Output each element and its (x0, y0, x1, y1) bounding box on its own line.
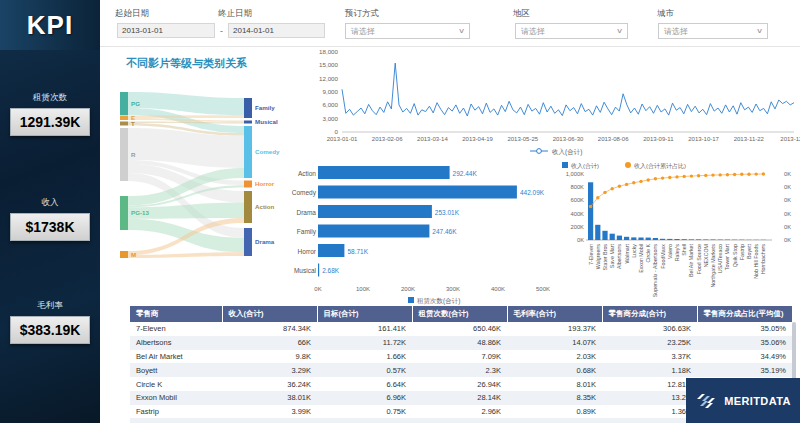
table-row[interactable]: 7-Eleven874.34K161.41K650.46K193.37K306.… (130, 322, 792, 336)
kpi-card-label: 毛利率 (0, 300, 100, 312)
city-select[interactable]: 请选择 ∨ (658, 23, 768, 39)
pareto-cumulative-dot (755, 172, 758, 175)
table-cell: 35.05% (697, 322, 792, 336)
table-header-cell: 零售商分成(合计) (602, 306, 697, 322)
svg-text:400K: 400K (491, 286, 505, 292)
table-scrollbar[interactable] (792, 322, 796, 380)
pareto-bar (617, 236, 622, 240)
start-date-input[interactable] (117, 23, 215, 38)
svg-text:Action: Action (255, 203, 274, 210)
pareto-bar (689, 239, 694, 240)
table-cell: 874.34K (222, 322, 317, 336)
svg-text:NEXCOM: NEXCOM (703, 244, 709, 267)
kpi-card-value: $1738K (10, 213, 90, 241)
table-row[interactable]: Albertsons66K11.72K48.86K14.07K23.25K35.… (130, 336, 792, 350)
sankey-node (244, 121, 252, 124)
pareto-bar (610, 234, 615, 240)
start-date-label: 起始日期 (115, 8, 149, 20)
table-cell: 7.09K (412, 350, 507, 364)
pareto-cumulative-dot (661, 176, 664, 179)
svg-text:USA/Texaco: USA/Texaco (717, 244, 723, 273)
table-row[interactable]: Bel Air Market9.8K1.66K7.09K2.03K3.37K34… (130, 350, 792, 364)
svg-text:400K: 400K (570, 211, 584, 217)
pareto-cumulative-dot (668, 176, 671, 179)
table-cell: Bel Air Market (130, 350, 222, 364)
pareto-cumulative-dot (762, 172, 765, 175)
pareto-bar (653, 238, 658, 240)
table-cell: 6.96K (317, 391, 412, 405)
pareto-bar (696, 239, 701, 240)
pareto-cumulative-dot (647, 178, 650, 181)
table-cell: 3.29K (222, 363, 317, 377)
pareto-bar (602, 231, 607, 240)
table-cell: 1.18K (602, 363, 697, 377)
table-cell: 1.66K (317, 350, 412, 364)
table-cell: 23.25K (602, 336, 697, 350)
svg-text:300K: 300K (446, 286, 460, 292)
svg-text:9,000: 9,000 (323, 88, 339, 95)
table-cell: 3.99K (222, 405, 317, 419)
meritdata-icon (695, 390, 719, 412)
svg-text:收入(合计累计占比): 收入(合计累计占比) (634, 162, 686, 170)
svg-text:0K: 0K (577, 237, 584, 243)
table-cell: Boyett (130, 363, 222, 377)
retailer-pareto-chart: 收入(合计) 收入(合计累计占比)1,000K0K800K0K600K0K400… (556, 158, 800, 312)
svg-text:PG-13: PG-13 (131, 209, 149, 216)
svg-text:收入(合计): 收入(合计) (571, 162, 599, 170)
svg-text:Fastrip: Fastrip (739, 244, 745, 260)
svg-text:1,000K: 1,000K (566, 171, 585, 177)
svg-text:FoodMaxx: FoodMaxx (660, 244, 666, 269)
table-cell: 650.46K (412, 322, 507, 336)
svg-text:Nob Hill Foods: Nob Hill Foods (753, 244, 759, 279)
category-bar-chart: Action 292.44KComedy 442.09KDrama 253.01… (280, 160, 560, 310)
table-cell: 9.8K (222, 350, 317, 364)
region-select[interactable]: 请选择 ∨ (515, 23, 628, 39)
kpi-card: 租赁次数 1291.39K (0, 92, 100, 136)
svg-text:Musical: Musical (294, 267, 317, 274)
table-cell: 8.35K (507, 391, 602, 405)
svg-text:Valero: Valero (667, 244, 673, 259)
table-cell: Albertsons (130, 336, 222, 350)
svg-text:600K: 600K (570, 197, 584, 203)
pareto-cumulative-dot (740, 173, 743, 176)
table-cell: 35.19% (697, 363, 792, 377)
svg-text:2013-08-06: 2013-08-06 (598, 136, 629, 142)
sankey-node (120, 122, 128, 126)
pareto-bar (703, 240, 708, 241)
table-cell: 2.03K (507, 350, 602, 364)
end-date-input[interactable] (228, 23, 325, 38)
pareto-cumulative-dot (675, 175, 678, 178)
date-range-separator: - (220, 26, 223, 36)
pareto-bar (631, 237, 636, 240)
table-cell: 34.49% (697, 350, 792, 364)
svg-text:Family: Family (297, 228, 317, 236)
booking-method-select[interactable]: 请选择 ∨ (345, 23, 470, 39)
pareto-cumulative-dot (704, 174, 707, 177)
svg-text:M: M (131, 251, 136, 258)
pareto-bar (674, 239, 679, 240)
svg-text:Action: Action (298, 170, 316, 177)
svg-text:2013-10-17: 2013-10-17 (688, 136, 719, 142)
pareto-bar (624, 237, 629, 240)
svg-text:T: T (131, 120, 135, 127)
table-cell: 9.63K (222, 418, 317, 423)
table-header-cell: 零售商分成占比(平均值) (697, 306, 792, 322)
table-row[interactable]: Boyett3.29K0.57K2.3K0.68K1.18K35.19% (130, 363, 792, 377)
table-cell: 1.36K (602, 405, 697, 419)
line-chart-svg: 18,00015,00012,0009,0006,0003,00002013-0… (308, 44, 800, 158)
svg-text:2013-03-14: 2013-03-14 (417, 136, 448, 142)
table-cell: 3.37K (602, 350, 697, 364)
sankey-node (244, 191, 252, 223)
pareto-cumulative-dot (747, 173, 750, 176)
pareto-bar (588, 182, 593, 240)
pareto-cumulative-dot (697, 174, 700, 177)
svg-text:Drama: Drama (255, 238, 275, 245)
sankey-node (120, 196, 128, 230)
svg-text:Musical: Musical (255, 118, 278, 125)
svg-text:100K: 100K (356, 286, 370, 292)
svg-text:Comedy: Comedy (255, 148, 280, 155)
table-cell: 36.24K (222, 377, 317, 391)
brand-name: MERITDATA (724, 395, 791, 407)
table-cell: 306.63K (602, 322, 697, 336)
svg-text:2013-05-25: 2013-05-25 (507, 136, 538, 142)
